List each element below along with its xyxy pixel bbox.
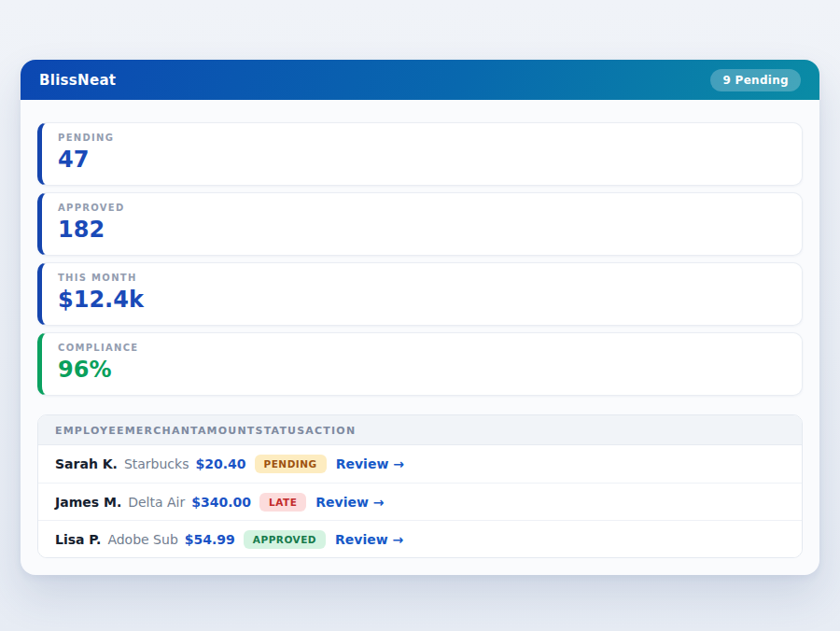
stat-label: THIS MONTH bbox=[58, 273, 786, 283]
review-link[interactable]: Review → bbox=[335, 532, 403, 547]
status-badge: PENDING bbox=[255, 455, 327, 473]
stat-card-approved: APPROVED182 bbox=[37, 192, 803, 256]
column-header-status: STATUS bbox=[256, 425, 306, 437]
column-header-merchant: MERCHANT bbox=[125, 425, 198, 437]
stat-card-pending: PENDING47 bbox=[37, 122, 803, 186]
stats-section: PENDING47APPROVED182THIS MONTH$12.4kCOMP… bbox=[37, 122, 803, 396]
stat-label: PENDING bbox=[58, 133, 786, 143]
table-row: Lisa P.Adobe Sub$54.99APPROVEDReview → bbox=[38, 520, 802, 557]
employee-name: Lisa P. bbox=[55, 532, 101, 547]
stat-card-compliance: COMPLIANCE96% bbox=[37, 332, 803, 396]
employee-name: Sarah K. bbox=[55, 456, 118, 471]
merchant-name: Starbucks bbox=[124, 456, 189, 471]
status-badge: LATE bbox=[259, 493, 306, 512]
review-link[interactable]: Review → bbox=[315, 495, 384, 510]
status-badge: APPROVED bbox=[244, 530, 326, 549]
column-header-amount: AMOUNT bbox=[198, 425, 256, 437]
merchant-name: Delta Air bbox=[128, 495, 185, 510]
column-header-employee: EMPLOYEE bbox=[55, 425, 125, 437]
pending-count-badge: 9 Pending bbox=[710, 69, 801, 91]
app-body: PENDING47APPROVED182THIS MONTH$12.4kCOMP… bbox=[21, 100, 819, 575]
merchant-name: Adobe Sub bbox=[107, 532, 177, 547]
review-link[interactable]: Review → bbox=[336, 456, 404, 471]
stat-value: 47 bbox=[58, 146, 786, 174]
stat-value: 182 bbox=[58, 216, 786, 244]
stat-card-this-month: THIS MONTH$12.4k bbox=[37, 262, 803, 326]
amount-value: $340.00 bbox=[191, 495, 251, 510]
app-header: BlissNeat 9 Pending bbox=[21, 60, 819, 100]
table-body: Sarah K.Starbucks$20.40PENDINGReview →Ja… bbox=[38, 445, 802, 557]
table-header-row: EMPLOYEEMERCHANTAMOUNTSTATUSACTION bbox=[38, 415, 802, 445]
employee-name: James M. bbox=[55, 495, 121, 510]
stat-value: 96% bbox=[58, 356, 786, 384]
column-header-action: ACTION bbox=[305, 425, 356, 437]
amount-value: $54.99 bbox=[185, 532, 235, 547]
stat-label: APPROVED bbox=[58, 203, 786, 213]
stat-label: COMPLIANCE bbox=[58, 343, 786, 353]
stat-value: $12.4k bbox=[58, 286, 786, 314]
table-row: James M.Delta Air$340.00LATEReview → bbox=[38, 483, 802, 520]
table-row: Sarah K.Starbucks$20.40PENDINGReview → bbox=[38, 445, 802, 483]
expense-table: EMPLOYEEMERCHANTAMOUNTSTATUSACTION Sarah… bbox=[37, 414, 803, 558]
expense-dashboard-card: BlissNeat 9 Pending PENDING47APPROVED182… bbox=[21, 60, 819, 575]
amount-value: $20.40 bbox=[195, 456, 245, 471]
app-title: BlissNeat bbox=[39, 72, 116, 89]
